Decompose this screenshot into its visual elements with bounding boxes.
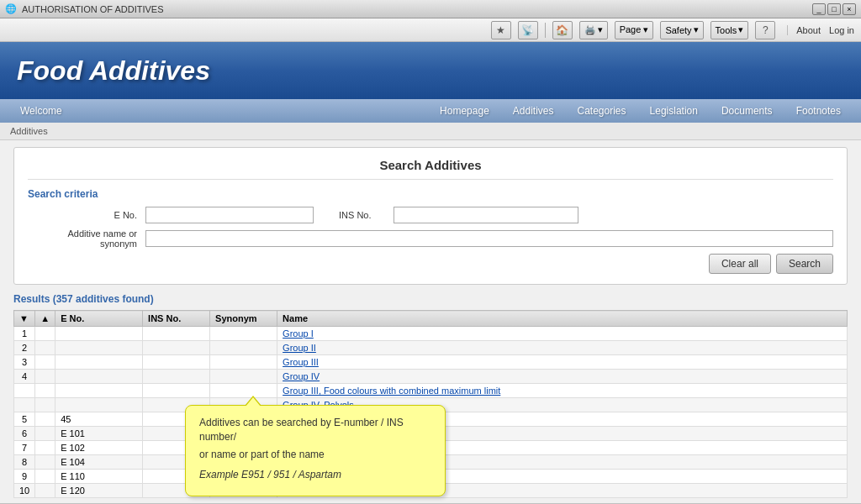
e-no-input[interactable] [145, 207, 314, 223]
cell-e-no [55, 398, 143, 412]
cell-e-no: E 104 [55, 455, 143, 470]
cell-synonym [210, 327, 277, 341]
cell-row-num: 9 [14, 470, 35, 484]
nav-legislation[interactable]: Legislation [638, 102, 710, 120]
cell-empty [35, 327, 55, 341]
cell-row-num: 2 [14, 341, 35, 355]
home-icon[interactable]: 🏠 [552, 21, 573, 39]
cell-synonym [210, 370, 277, 384]
col-sort-down[interactable]: ▼ [14, 311, 35, 327]
rss-icon[interactable]: 📡 [518, 21, 538, 39]
cell-empty [35, 370, 55, 384]
nav-footnotes[interactable]: Footnotes [784, 102, 853, 120]
nav-documents[interactable]: Documents [710, 102, 784, 120]
cell-empty [35, 484, 55, 498]
cell-name[interactable]: Group III, Food colours with combined ma… [277, 384, 848, 398]
cell-synonym [210, 384, 277, 398]
safety-button[interactable]: Safety ▾ [660, 21, 703, 39]
table-row: 2 Group II [14, 341, 848, 355]
cell-synonym [210, 355, 277, 370]
main-content: Search Additives Search criteria E No. I… [0, 140, 861, 503]
cell-empty [35, 441, 55, 455]
search-button[interactable]: Search [776, 254, 833, 274]
site-header: Food Additives [0, 42, 861, 99]
sort-up-icon[interactable]: ▲ [40, 313, 50, 323]
cell-e-no: E 120 [55, 484, 143, 498]
cell-e-no: 45 [55, 412, 143, 427]
col-sort-up[interactable]: ▲ [35, 311, 55, 327]
cell-name[interactable]: Group III [277, 355, 848, 370]
print-button[interactable]: 🖨️ ▾ [579, 21, 608, 39]
window-title: AUTHORISATION OF ADDITIVES [22, 4, 163, 14]
cell-row-num: 10 [14, 484, 35, 498]
col-e-no: E No. [55, 311, 143, 327]
cell-empty [35, 384, 55, 398]
cell-name[interactable]: Group IV [277, 370, 848, 384]
search-title: Search Additives [28, 158, 833, 180]
page-button[interactable]: Page ▾ [615, 21, 654, 39]
search-row-1: E No. INS No. [28, 207, 833, 223]
site-title: Food Additives [17, 55, 210, 87]
cell-empty [35, 470, 55, 484]
name-input[interactable] [145, 230, 833, 247]
cell-row-num: 8 [14, 455, 35, 470]
additive-link[interactable]: Group III [283, 357, 319, 367]
search-tooltip: Additives can be searched by E-number / … [185, 405, 446, 496]
table-row: 3 Group III [14, 355, 848, 370]
about-link[interactable]: About [796, 25, 821, 35]
additive-link[interactable]: Group III, Food colours with combined ma… [283, 386, 500, 396]
sort-down-icon[interactable]: ▼ [19, 313, 29, 323]
cell-name[interactable]: Group II [277, 341, 848, 355]
cell-row-num [14, 398, 35, 412]
tools-button[interactable]: Tools ▾ [710, 21, 749, 39]
cell-e-no: E 102 [55, 441, 143, 455]
ins-no-input[interactable] [394, 207, 578, 223]
tooltip-example: Example E951 / 951 / Aspartam [199, 468, 431, 482]
cell-row-num: 5 [14, 412, 35, 427]
cell-empty [35, 355, 55, 370]
cell-row-num: 6 [14, 427, 35, 441]
nav-homepage[interactable]: Homepage [428, 102, 501, 120]
cell-empty [35, 398, 55, 412]
breadcrumb: Additives [0, 123, 861, 140]
nav-bar: Welcome Homepage Additives Categories Le… [0, 99, 861, 123]
e-no-label: E No. [28, 210, 137, 220]
cell-row-num: 4 [14, 370, 35, 384]
favorites-icon[interactable]: ★ [491, 21, 511, 39]
nav-additives[interactable]: Additives [501, 102, 566, 120]
title-bar: 🌐 AUTHORISATION OF ADDITIVES _ □ × [0, 0, 861, 18]
cell-synonym [210, 341, 277, 355]
maximize-button[interactable]: □ [827, 3, 841, 15]
col-ins-no: INS No. [143, 311, 210, 327]
cell-name[interactable]: Group I [277, 327, 848, 341]
help-button[interactable]: ? [755, 21, 775, 39]
col-synonym: Synonym [210, 311, 277, 327]
login-link[interactable]: Log in [829, 25, 854, 35]
additive-link[interactable]: Group IV [283, 371, 320, 381]
cell-ins-no [143, 327, 210, 341]
additive-link[interactable]: Group I [283, 328, 314, 339]
additive-link[interactable]: Group II [283, 343, 316, 353]
search-criteria-label: Search criteria [28, 188, 833, 200]
cell-ins-no [143, 355, 210, 370]
cell-e-no [55, 355, 143, 370]
results-header: Results (357 additives found) [13, 293, 848, 305]
cell-e-no [55, 327, 143, 341]
clear-all-button[interactable]: Clear all [709, 254, 771, 274]
breadcrumb-text: Additives [10, 126, 48, 136]
nav-welcome[interactable]: Welcome [8, 102, 74, 120]
ins-no-label: INS No. [339, 210, 385, 220]
tooltip-line2: or name or part of the name [199, 448, 431, 462]
search-box: Search Additives Search criteria E No. I… [13, 147, 848, 285]
cell-row-num: 3 [14, 355, 35, 370]
cell-e-no [55, 384, 143, 398]
table-row: 1 Group I [14, 327, 848, 341]
close-button[interactable]: × [843, 3, 856, 15]
tooltip-line1: Additives can be searched by E-number / … [199, 416, 431, 444]
minimize-button[interactable]: _ [812, 3, 826, 15]
cell-e-no: E 101 [55, 427, 143, 441]
col-name: Name [277, 311, 848, 327]
cell-empty [35, 341, 55, 355]
nav-categories[interactable]: Categories [566, 102, 638, 120]
app-icon: 🌐 [5, 3, 17, 14]
